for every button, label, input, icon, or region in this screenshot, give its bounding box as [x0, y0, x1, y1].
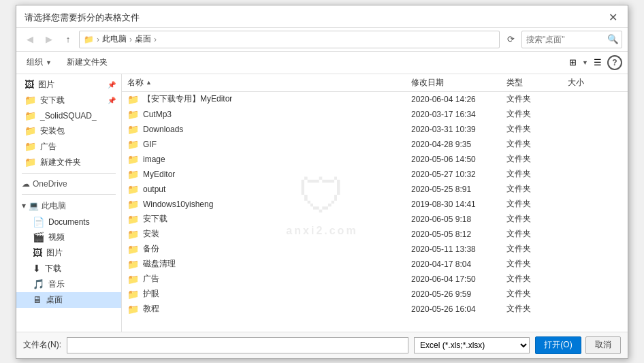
table-row[interactable]: 📁 安装 2020-05-05 8:12 文件夹	[122, 227, 628, 242]
col-header-size[interactable]: 大小	[568, 77, 622, 89]
table-row[interactable]: 📁 安下载 2020-06-05 9:18 文件夹	[122, 212, 628, 227]
col-name-label: 名称	[127, 77, 144, 89]
folder-icon: 📁	[127, 304, 139, 315]
breadcrumb-desktop[interactable]: 桌面	[135, 33, 151, 45]
table-row[interactable]: 📁 MyEditor 2020-05-27 10:32 文件夹	[122, 167, 628, 182]
col-header-name[interactable]: 名称 ▲	[127, 77, 411, 89]
desktop-icon: 🖥	[33, 294, 42, 305]
folder-icon: 📁	[127, 184, 139, 195]
sidebar-item-videos[interactable]: 🎬 视频	[16, 230, 121, 245]
table-row[interactable]: 📁 广告 2020-06-04 17:50 文件夹	[122, 272, 628, 287]
file-type: 文件夹	[506, 273, 568, 285]
documents-icon: 📄	[33, 217, 44, 227]
new-folder-button[interactable]: 新建文件夹	[62, 54, 112, 70]
table-row[interactable]: 📁 CutMp3 2020-03-17 16:34 文件夹	[122, 107, 628, 122]
sidebar-item-solidworks[interactable]: 📁 _SolidSQUAD_	[16, 108, 121, 123]
sidebar-label-desktop: 桌面	[46, 294, 63, 306]
file-name: image	[143, 155, 411, 164]
sidebar-label-images2: 图片	[46, 247, 63, 259]
divider-2	[22, 194, 116, 195]
file-date: 2020-05-25 8:91	[411, 185, 506, 194]
back-button[interactable]: ◀	[22, 31, 38, 48]
cancel-button[interactable]: 取消	[585, 336, 621, 354]
table-row[interactable]: 📁 image 2020-05-06 14:50 文件夹	[122, 152, 628, 167]
search-button[interactable]: 🔍	[604, 31, 622, 48]
ok-button[interactable]: 打开(O)	[535, 336, 581, 354]
folder-icon: 📁	[127, 274, 139, 285]
file-name: output	[143, 185, 411, 194]
table-row[interactable]: 📁 磁盘清理 2020-04-17 8:04 文件夹	[122, 257, 628, 272]
file-date: 2020-04-17 8:04	[411, 259, 506, 269]
search-bar[interactable]: 🔍	[521, 31, 622, 48]
sidebar-item-ads[interactable]: 📁 广告	[16, 139, 121, 155]
quick-access-section: 🖼 图片 📌 📁 安下载 📌 📁 _SolidSQUAD_ 📁 安装包	[16, 77, 121, 170]
up-button[interactable]: ↑	[60, 31, 76, 48]
file-list-area: 名称 ▲ 修改日期 类型 大小 📁 【安下载专用】MyEditor 2020-0…	[122, 74, 628, 332]
view-list-button[interactable]: ☰	[590, 54, 606, 71]
breadcrumb-thispc[interactable]: 此电脑	[102, 33, 127, 45]
bottom-bar: 文件名(N): Excel (*.xls;*.xlsx) 打开(O) 取消	[16, 332, 628, 358]
folder-icon: 📁	[127, 259, 139, 270]
file-type: 文件夹	[506, 168, 568, 180]
breadcrumb-computer[interactable]: 📁	[84, 35, 94, 44]
file-date: 2020-05-06 14:50	[411, 155, 506, 164]
images2-icon: 🖼	[33, 247, 42, 258]
file-date: 2020-05-05 8:12	[411, 230, 506, 239]
table-row[interactable]: 📁 GIF 2020-04-28 9:35 文件夹	[122, 137, 628, 152]
onedrive-icon: ☁	[22, 179, 30, 189]
view-details-button[interactable]: ⊞	[564, 54, 581, 71]
file-name: 备份	[143, 243, 411, 255]
table-row[interactable]: 📁 教程 2020-05-26 16:04 文件夹	[122, 302, 628, 317]
file-name: Downloads	[143, 125, 411, 134]
view-chevron: ▼	[582, 59, 588, 66]
table-row[interactable]: 📁 护眼 2020-05-26 9:59 文件夹	[122, 287, 628, 302]
sidebar-item-music[interactable]: 🎵 音乐	[16, 277, 121, 292]
downloads2-icon: ⬇	[33, 263, 41, 274]
col-type-label: 类型	[506, 77, 523, 89]
file-date: 2020-05-26 9:59	[411, 289, 506, 299]
breadcrumb[interactable]: 📁 › 此电脑 › 桌面 ›	[79, 31, 500, 48]
file-type: 文件夹	[506, 243, 568, 255]
sidebar-item-documents[interactable]: 📄 Documents	[16, 215, 121, 230]
refresh-button[interactable]: ⟳	[502, 31, 519, 48]
search-input[interactable]	[522, 35, 604, 44]
file-type: 文件夹	[506, 288, 568, 300]
sidebar-item-pictures[interactable]: 🖼 图片 📌	[16, 77, 121, 93]
sidebar-label-ads: 广告	[40, 141, 57, 153]
sidebar-group-onedrive[interactable]: ☁ OneDrive	[16, 176, 121, 191]
sidebar-item-andownload[interactable]: 📁 安下载 📌	[16, 93, 121, 108]
sidebar-item-newfolder[interactable]: 📁 新建文件夹	[16, 155, 121, 170]
table-row[interactable]: 📁 Downloads 2020-03-31 10:39 文件夹	[122, 122, 628, 137]
table-row[interactable]: 📁 output 2020-05-25 8:91 文件夹	[122, 182, 628, 197]
nav-toolbar: ◀ ▶ ↑ 📁 › 此电脑 › 桌面 › ⟳ 🔍	[16, 28, 628, 52]
col-header-date[interactable]: 修改日期	[411, 77, 506, 89]
forward-button[interactable]: ▶	[41, 31, 57, 48]
table-row[interactable]: 📁 备份 2020-05-11 13:38 文件夹	[122, 242, 628, 257]
sidebar-label-newfolder: 新建文件夹	[40, 157, 81, 168]
close-button[interactable]: ✕	[606, 11, 619, 25]
table-row[interactable]: 📁 Windows10yisheng 2019-08-30 14:41 文件夹	[122, 197, 628, 212]
main-content: 🛡 anxi2.com 🖼 图片 📌 📁 安下载 📌 📁	[16, 74, 628, 332]
folder-icon: 📁	[127, 199, 139, 210]
file-type: 文件夹	[506, 198, 568, 210]
file-date: 2019-08-30 14:41	[411, 200, 506, 209]
filename-input[interactable]	[67, 337, 408, 353]
ads-icon: 📁	[25, 141, 36, 152]
filetype-select[interactable]: Excel (*.xls;*.xlsx)	[414, 337, 530, 353]
bottom-buttons: 打开(O) 取消	[535, 336, 621, 354]
sidebar-item-installer[interactable]: 📁 安装包	[16, 123, 121, 139]
dialog-title: 请选择您需要拆分的表格文件	[25, 12, 140, 24]
sidebar-item-desktop[interactable]: 🖥 桌面	[16, 292, 121, 308]
help-button[interactable]: ?	[607, 55, 622, 70]
videos-icon: 🎬	[33, 232, 44, 242]
organize-button[interactable]: 组织 ▼	[22, 54, 57, 70]
organize-chevron: ▼	[46, 59, 52, 66]
sidebar-item-images2[interactable]: 🖼 图片	[16, 245, 121, 261]
sidebar-item-downloads2[interactable]: ⬇ 下载	[16, 261, 121, 277]
music-icon: 🎵	[33, 279, 44, 289]
file-type: 文件夹	[506, 213, 568, 225]
sidebar-group-thispc[interactable]: ▾ 💻 此电脑	[16, 198, 121, 215]
table-row[interactable]: 📁 【安下载专用】MyEditor 2020-06-04 14:26 文件夹	[122, 92, 628, 107]
sidebar-label-andownload: 安下载	[40, 95, 65, 106]
col-header-type[interactable]: 类型	[506, 77, 568, 89]
